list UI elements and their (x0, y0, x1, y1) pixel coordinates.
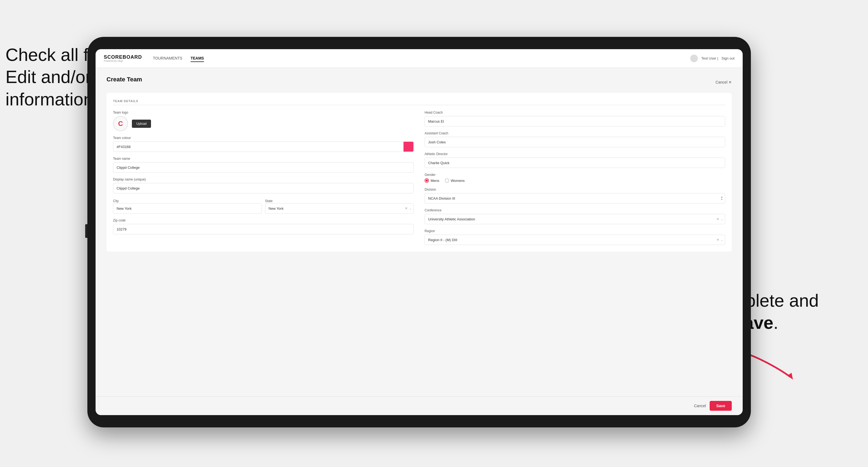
region-select-wrap: ✕ ⌄ (425, 235, 725, 245)
footer-cancel-button[interactable]: Cancel (694, 404, 706, 408)
logo-circle: C (113, 116, 128, 131)
city-state-row: City State ✕ ⌄ (113, 198, 414, 214)
conference-arrow-icon: ⌄ (721, 218, 723, 221)
state-clear-icon[interactable]: ✕ (405, 207, 408, 210)
gender-field: Gender Mens Womens (425, 173, 725, 183)
team-logo-label: Team logo (113, 111, 414, 115)
footer-save-button[interactable]: Save (710, 401, 732, 411)
team-logo-field: Team logo C Upload (113, 111, 414, 131)
region-field: Region ✕ ⌄ (425, 229, 725, 245)
gender-label: Gender (425, 173, 725, 177)
region-arrow-icon: ⌄ (721, 239, 723, 242)
sign-out-link[interactable]: Sign out (721, 56, 735, 60)
division-label: Division (425, 188, 725, 191)
tablet-screen: SCOREBOARD Powered by clippi TOURNAMENTS… (96, 49, 743, 415)
upload-button[interactable]: Upload (132, 120, 151, 128)
head-coach-field: Head Coach (425, 111, 725, 126)
section-label: TEAM DETAILS (113, 99, 725, 105)
city-group: City (113, 198, 262, 214)
form-right: Head Coach Assistant Coach Athletic Dire… (425, 111, 725, 245)
navbar: SCOREBOARD Powered by clippi TOURNAMENTS… (96, 49, 743, 68)
user-name: Test User | (701, 56, 718, 60)
logo-area: SCOREBOARD Powered by clippi (104, 54, 142, 62)
region-input[interactable] (425, 235, 725, 245)
nav-tournaments[interactable]: TOURNAMENTS (153, 55, 182, 62)
form-left: Team logo C Upload Team colour (113, 111, 414, 245)
zip-input[interactable] (113, 224, 414, 234)
athletic-director-input[interactable] (425, 158, 725, 168)
team-colour-input[interactable] (113, 142, 403, 152)
navbar-left: SCOREBOARD Powered by clippi TOURNAMENTS… (104, 54, 204, 62)
gender-row: Mens Womens (425, 178, 725, 183)
state-arrow-icon: ⌄ (409, 207, 411, 210)
title-row: Create Team Cancel ✕ (106, 76, 732, 89)
team-colour-label: Team colour (113, 136, 414, 140)
division-select-wrap: NCAA Division III ▲▼ (425, 193, 725, 204)
form-grid: Team logo C Upload Team colour (113, 111, 725, 245)
zip-label: Zip code (113, 218, 414, 222)
assistant-coach-label: Assistant Coach (425, 131, 725, 135)
athletic-director-label: Athletic Director (425, 152, 725, 156)
state-label: State (265, 199, 273, 203)
assistant-coach-input[interactable] (425, 137, 725, 147)
athletic-director-field: Athletic Director (425, 152, 725, 168)
state-group: State ✕ ⌄ (265, 198, 414, 214)
team-colour-field: Team colour (113, 136, 414, 152)
team-name-label: Team name (113, 157, 414, 161)
display-name-input[interactable] (113, 183, 414, 193)
city-label: City (113, 199, 119, 203)
region-clear-icon[interactable]: ✕ (716, 238, 719, 242)
logo-scoreboard: SCOREBOARD (104, 54, 142, 60)
navbar-right: Test User | Sign out (690, 55, 735, 62)
top-cancel-button[interactable]: Cancel ✕ (715, 80, 732, 84)
color-swatch[interactable] (403, 142, 414, 152)
division-field: Division NCAA Division III ▲▼ (425, 188, 725, 204)
tablet-side-button (85, 224, 87, 238)
mens-radio[interactable] (425, 178, 429, 183)
conference-select-wrap: ✕ ⌄ (425, 214, 725, 224)
head-coach-input[interactable] (425, 116, 725, 126)
form-card: TEAM DETAILS Team logo C Upload (106, 93, 732, 251)
display-name-label: Display name (unique) (113, 178, 414, 181)
head-coach-label: Head Coach (425, 111, 725, 115)
team-name-field: Team name (113, 157, 414, 173)
conference-label: Conference (425, 208, 725, 212)
division-select[interactable]: NCAA Division III (425, 193, 725, 204)
assistant-coach-field: Assistant Coach (425, 131, 725, 147)
conference-input[interactable] (425, 214, 725, 224)
state-input[interactable] (265, 203, 414, 214)
gender-mens-option[interactable]: Mens (425, 178, 439, 183)
logo-sub: Powered by clippi (104, 60, 142, 62)
nav-links: TOURNAMENTS TEAMS (153, 55, 204, 62)
state-wrap: ✕ ⌄ (265, 203, 414, 214)
team-name-input[interactable] (113, 162, 414, 173)
conference-clear-icon[interactable]: ✕ (716, 217, 719, 221)
gender-womens-option[interactable]: Womens (445, 178, 465, 183)
nav-teams[interactable]: TEAMS (191, 55, 204, 62)
division-arrows-icon: ▲▼ (720, 196, 723, 201)
tablet-device: SCOREBOARD Powered by clippi TOURNAMENTS… (87, 37, 751, 427)
city-input[interactable] (113, 203, 262, 214)
form-footer: Cancel Save (96, 396, 743, 415)
display-name-field: Display name (unique) (113, 178, 414, 193)
logo-upload-area: C Upload (113, 116, 414, 131)
user-avatar (690, 55, 698, 62)
main-content: Create Team Cancel ✕ TEAM DETAILS Team l… (96, 68, 743, 396)
city-state-field: City State ✕ ⌄ (113, 198, 414, 214)
womens-radio[interactable] (445, 178, 449, 183)
region-label: Region (425, 229, 725, 233)
conference-field: Conference ✕ ⌄ (425, 208, 725, 224)
color-field-wrap (113, 142, 414, 152)
page-title: Create Team (106, 76, 142, 83)
zip-code-field: Zip code (113, 218, 414, 234)
